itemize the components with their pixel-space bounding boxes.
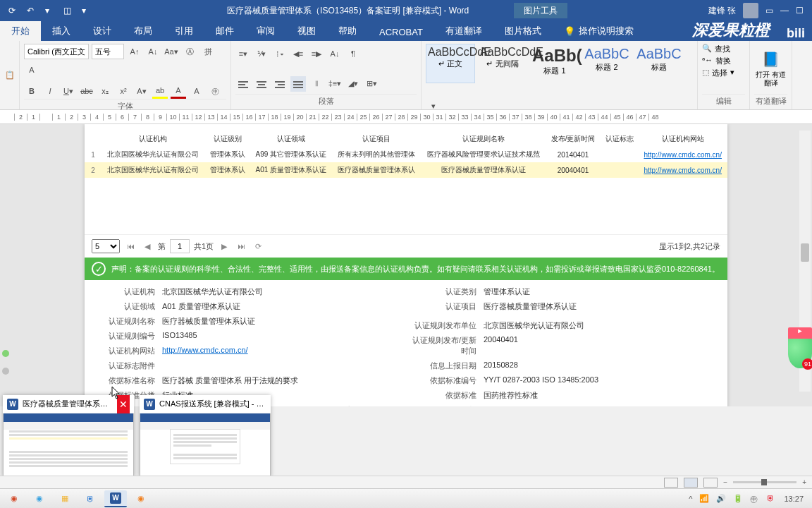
taskbar-app-powerpoint[interactable]: ◉ (3, 490, 25, 507)
tab-design[interactable]: 设计 (82, 21, 123, 41)
taskbar-app-security[interactable]: ⛨ (79, 490, 102, 507)
font-name-select[interactable] (24, 44, 89, 59)
redo-icon[interactable]: ▾ (45, 6, 55, 16)
ribbon-display-icon[interactable]: ▭ (765, 6, 773, 16)
char-shading-icon[interactable]: A (189, 83, 204, 99)
tab-acrobat[interactable]: ACROBAT (368, 23, 434, 41)
shading-icon[interactable]: ◢▾ (345, 76, 361, 92)
increase-font-icon[interactable]: A↑ (127, 44, 142, 59)
pager-next-icon[interactable]: ▶ (218, 240, 230, 253)
font-color-icon[interactable]: A (171, 83, 186, 99)
tab-layout[interactable]: 布局 (123, 21, 164, 41)
tab-insert[interactable]: 插入 (41, 21, 82, 41)
floating-badge[interactable]: ► (788, 327, 812, 368)
tell-me[interactable]: 💡 操作说明搜索 (553, 21, 645, 41)
change-case-icon[interactable]: Aa▾ (164, 44, 179, 59)
font-size-select[interactable] (92, 44, 124, 59)
align-right-icon[interactable] (272, 76, 288, 92)
horizontal-ruler[interactable]: 21 1234567891011121314151617181920212223… (0, 110, 812, 124)
per-page-select[interactable]: 5 (92, 239, 120, 253)
touch-icon[interactable]: ◫ (63, 6, 73, 16)
sort-icon[interactable]: A↓ (327, 46, 343, 61)
task-thumb-2[interactable]: W CNAS报送系统 [兼容模式] - W... (140, 395, 271, 477)
align-left-icon[interactable] (235, 76, 251, 92)
tab-view[interactable]: 视图 (286, 21, 327, 41)
detail-value[interactable]: http://www.cmdc.com.cn/ (162, 346, 248, 356)
site-link[interactable]: http://www.cmdc.com.cn/ (644, 151, 722, 159)
page-number-input[interactable] (170, 239, 190, 253)
site-link[interactable]: http://www.cmdc.com.cn/ (644, 167, 722, 174)
superscript-button[interactable]: x² (116, 83, 131, 99)
view-web-icon[interactable] (703, 478, 718, 488)
tab-mail[interactable]: 邮件 (204, 21, 245, 41)
tray-shield-icon[interactable]: ⛨ (767, 494, 777, 504)
replace-button[interactable]: ᵃ↔替换 (702, 56, 731, 66)
pager-refresh-icon[interactable]: ⟳ (252, 240, 264, 253)
taskbar-app-other[interactable]: ◉ (130, 490, 152, 507)
bold-button[interactable]: B (24, 83, 39, 99)
tray-ime-icon[interactable]: ㊥ (750, 494, 760, 504)
taskbar-app-explorer[interactable]: ▦ (54, 490, 76, 507)
distribute-icon[interactable]: ⫴ (309, 76, 324, 92)
decrease-font-icon[interactable]: A↓ (145, 44, 161, 59)
line-spacing-icon[interactable]: ‡≡▾ (327, 76, 343, 92)
tab-youdao[interactable]: 有道翻译 (434, 21, 493, 41)
view-read-icon[interactable] (664, 478, 678, 488)
style-heading2[interactable]: AaBbC 标题 2 (582, 44, 632, 83)
youdao-open-icon[interactable]: 📘 (762, 51, 780, 68)
find-button[interactable]: 🔍查找 (702, 44, 730, 54)
tray-battery-icon[interactable]: 🔋 (733, 494, 743, 504)
tab-help[interactable]: 帮助 (327, 21, 368, 41)
tray-clock[interactable]: 13:27 (784, 495, 804, 503)
document-area[interactable]: 认证机构 认证级别 认证领域 认证项目 认证规则名称 发布/更新时间 认证标志 … (0, 124, 812, 406)
text-effect-icon[interactable]: A▾ (134, 83, 149, 99)
task-thumb-1[interactable]: W 医疗器械质量管理体系（... ✕ (3, 395, 134, 477)
zoom-slider[interactable] (733, 481, 796, 483)
table-row[interactable]: 2 北京国医械华光认证有限公司 管理体系认 A01 质量管理体系认证 医疗器械质… (85, 162, 727, 178)
tray-volume-icon[interactable]: 🔊 (716, 494, 726, 504)
tab-picture-format[interactable]: 图片格式 (493, 21, 553, 41)
paste-button[interactable]: 📋 (4, 68, 15, 83)
select-button[interactable]: ⬚选择▾ (702, 68, 734, 78)
highlight-color-icon[interactable]: ab (152, 83, 168, 99)
user-avatar[interactable] (743, 3, 758, 18)
phonetic-icon[interactable]: 拼 (200, 44, 216, 59)
zoom-out-icon[interactable]: − (723, 478, 727, 486)
style-heading1[interactable]: AaBb( 标题 1 (530, 44, 579, 83)
strike-button[interactable]: abc (79, 83, 94, 99)
taskbar-app-browser[interactable]: ◉ (28, 490, 51, 507)
table-row[interactable]: 1 北京国医械华光认证有限公司 管理体系认 A99 其它管理体系认证 所有未列明… (85, 147, 727, 162)
bullets-icon[interactable]: ≡▾ (235, 46, 251, 61)
clear-format-icon[interactable]: Ⓐ (182, 44, 197, 59)
tray-network-icon[interactable]: 📶 (699, 494, 709, 504)
show-marks-icon[interactable]: ¶ (345, 46, 361, 61)
qat-more-icon[interactable]: ▾ (82, 6, 86, 16)
zoom-in-icon[interactable]: + (802, 478, 806, 486)
style-nospacing[interactable]: AaBbCcDdE ↵ 无间隔 (478, 44, 527, 83)
style-normal[interactable]: AaBbCcDdE ↵ 正文 (426, 44, 475, 83)
increase-indent-icon[interactable]: ≡▶ (309, 46, 324, 61)
tray-up-icon[interactable]: ^ (689, 495, 692, 503)
numbering-icon[interactable]: ⅟▾ (254, 46, 269, 61)
italic-button[interactable]: I (42, 83, 58, 99)
scrollbar-thumb[interactable] (801, 243, 809, 262)
undo-icon[interactable]: ↶ (27, 6, 37, 16)
underline-button[interactable]: U▾ (61, 83, 76, 99)
taskbar-app-word[interactable]: W (104, 490, 127, 507)
tab-home[interactable]: 开始 (0, 21, 41, 41)
align-center-icon[interactable] (254, 76, 269, 92)
multilevel-icon[interactable]: ⫶▾ (272, 46, 288, 61)
pager-prev-icon[interactable]: ◀ (141, 240, 154, 253)
enclose-char-icon[interactable]: ㊥ (207, 83, 223, 99)
borders-icon[interactable]: ⊞▾ (364, 76, 379, 92)
tab-references[interactable]: 引用 (164, 21, 204, 41)
autosave-icon[interactable]: ⟳ (8, 6, 18, 16)
align-justify-icon[interactable] (290, 76, 306, 92)
maximize-icon[interactable]: ☐ (796, 6, 804, 16)
decrease-indent-icon[interactable]: ◀≡ (290, 46, 306, 61)
char-border-icon[interactable]: A (24, 62, 39, 78)
pager-first-icon[interactable]: ⏮ (124, 240, 137, 253)
subscript-button[interactable]: x₂ (97, 83, 113, 99)
style-title[interactable]: AaBbC 标题 (634, 44, 684, 83)
tab-review[interactable]: 审阅 (245, 21, 286, 41)
